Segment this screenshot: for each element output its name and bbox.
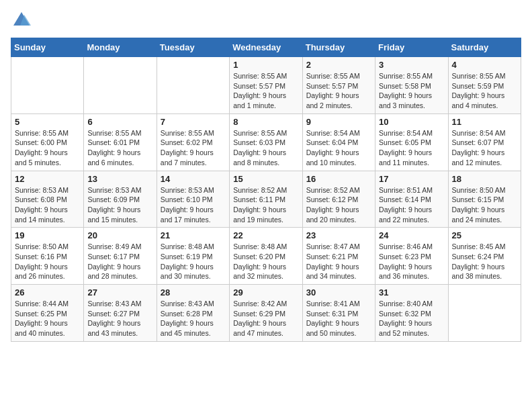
logo [11, 11, 31, 30]
day-info: Sunrise: 8:42 AMSunset: 6:29 PMDaylight:… [233, 299, 298, 338]
day-info: Sunrise: 8:40 AMSunset: 6:32 PMDaylight:… [379, 299, 444, 338]
calendar-table: SundayMondayTuesdayWednesdayThursdayFrid… [11, 38, 521, 342]
day-info: Sunrise: 8:45 AMSunset: 6:24 PMDaylight:… [452, 242, 517, 281]
day-info: Sunrise: 8:55 AMSunset: 5:58 PMDaylight:… [379, 71, 444, 111]
calendar-cell [11, 57, 84, 114]
calendar-cell: 28Sunrise: 8:43 AMSunset: 6:28 PMDayligh… [157, 285, 229, 342]
day-number: 30 [306, 287, 371, 298]
day-number: 6 [87, 117, 152, 127]
day-info: Sunrise: 8:54 AMSunset: 6:05 PMDaylight:… [379, 128, 444, 168]
calendar-cell: 14Sunrise: 8:53 AMSunset: 6:10 PMDayligh… [157, 171, 229, 228]
weekday-header-row: SundayMondayTuesdayWednesdayThursdayFrid… [11, 38, 521, 57]
day-info: Sunrise: 8:41 AMSunset: 6:31 PMDaylight:… [306, 299, 371, 338]
day-number: 10 [379, 117, 444, 127]
calendar-cell: 29Sunrise: 8:42 AMSunset: 6:29 PMDayligh… [230, 285, 302, 342]
day-info: Sunrise: 8:52 AMSunset: 6:12 PMDaylight:… [306, 185, 371, 225]
day-info: Sunrise: 8:52 AMSunset: 6:11 PMDaylight:… [233, 185, 298, 225]
week-row-3: 12Sunrise: 8:53 AMSunset: 6:08 PMDayligh… [11, 171, 521, 228]
header [11, 11, 521, 30]
calendar-cell: 22Sunrise: 8:48 AMSunset: 6:20 PMDayligh… [230, 228, 302, 285]
calendar-cell: 8Sunrise: 8:55 AMSunset: 6:03 PMDaylight… [230, 113, 302, 171]
calendar-cell [448, 285, 521, 342]
day-info: Sunrise: 8:55 AMSunset: 6:03 PMDaylight:… [233, 128, 298, 168]
calendar-cell: 16Sunrise: 8:52 AMSunset: 6:12 PMDayligh… [302, 171, 375, 228]
day-number: 25 [452, 230, 517, 240]
day-number: 24 [379, 230, 444, 240]
day-info: Sunrise: 8:54 AMSunset: 6:04 PMDaylight:… [306, 128, 371, 168]
day-info: Sunrise: 8:49 AMSunset: 6:17 PMDaylight:… [87, 242, 152, 281]
day-number: 5 [15, 117, 80, 127]
day-info: Sunrise: 8:50 AMSunset: 6:15 PMDaylight:… [452, 185, 517, 225]
day-number: 17 [379, 174, 444, 184]
calendar-cell: 6Sunrise: 8:55 AMSunset: 6:01 PMDaylight… [84, 113, 157, 171]
day-info: Sunrise: 8:43 AMSunset: 6:27 PMDaylight:… [87, 299, 152, 338]
calendar-cell: 18Sunrise: 8:50 AMSunset: 6:15 PMDayligh… [448, 171, 521, 228]
day-number: 2 [306, 60, 371, 70]
weekday-header-wednesday: Wednesday [230, 38, 302, 57]
calendar-cell: 3Sunrise: 8:55 AMSunset: 5:58 PMDaylight… [375, 57, 448, 114]
day-number: 3 [379, 60, 444, 70]
day-info: Sunrise: 8:44 AMSunset: 6:25 PMDaylight:… [15, 299, 80, 338]
calendar-cell: 13Sunrise: 8:53 AMSunset: 6:09 PMDayligh… [84, 171, 157, 228]
day-number: 13 [87, 174, 152, 184]
day-info: Sunrise: 8:55 AMSunset: 5:57 PMDaylight:… [306, 71, 371, 111]
day-number: 19 [15, 230, 80, 240]
calendar-cell: 1Sunrise: 8:55 AMSunset: 5:57 PMDaylight… [230, 57, 302, 114]
weekday-header-sunday: Sunday [11, 38, 84, 57]
day-info: Sunrise: 8:55 AMSunset: 5:59 PMDaylight:… [452, 71, 517, 111]
calendar-cell: 7Sunrise: 8:55 AMSunset: 6:02 PMDaylight… [157, 113, 229, 171]
weekday-header-tuesday: Tuesday [157, 38, 229, 57]
day-number: 29 [233, 287, 298, 298]
calendar-cell: 17Sunrise: 8:51 AMSunset: 6:14 PMDayligh… [375, 171, 448, 228]
calendar-cell: 11Sunrise: 8:54 AMSunset: 6:07 PMDayligh… [448, 113, 521, 171]
day-number: 20 [87, 230, 152, 240]
day-number: 31 [379, 287, 444, 298]
day-info: Sunrise: 8:48 AMSunset: 6:20 PMDaylight:… [233, 242, 298, 281]
calendar-cell: 4Sunrise: 8:55 AMSunset: 5:59 PMDaylight… [448, 57, 521, 114]
calendar-cell: 5Sunrise: 8:55 AMSunset: 6:00 PMDaylight… [11, 113, 84, 171]
day-number: 7 [161, 117, 226, 127]
day-number: 26 [15, 287, 80, 298]
weekday-header-monday: Monday [84, 38, 157, 57]
day-number: 9 [306, 117, 371, 127]
day-info: Sunrise: 8:54 AMSunset: 6:07 PMDaylight:… [452, 128, 517, 168]
week-row-4: 19Sunrise: 8:50 AMSunset: 6:16 PMDayligh… [11, 228, 521, 285]
day-info: Sunrise: 8:46 AMSunset: 6:23 PMDaylight:… [379, 242, 444, 281]
calendar-cell: 27Sunrise: 8:43 AMSunset: 6:27 PMDayligh… [84, 285, 157, 342]
day-info: Sunrise: 8:53 AMSunset: 6:08 PMDaylight:… [15, 185, 80, 225]
day-info: Sunrise: 8:50 AMSunset: 6:16 PMDaylight:… [15, 242, 80, 281]
day-number: 11 [452, 117, 517, 127]
day-number: 27 [87, 287, 152, 298]
day-info: Sunrise: 8:48 AMSunset: 6:19 PMDaylight:… [161, 242, 226, 281]
day-number: 18 [452, 174, 517, 184]
calendar-cell: 20Sunrise: 8:49 AMSunset: 6:17 PMDayligh… [84, 228, 157, 285]
calendar-cell: 19Sunrise: 8:50 AMSunset: 6:16 PMDayligh… [11, 228, 84, 285]
calendar-cell: 2Sunrise: 8:55 AMSunset: 5:57 PMDaylight… [302, 57, 375, 114]
calendar-cell: 26Sunrise: 8:44 AMSunset: 6:25 PMDayligh… [11, 285, 84, 342]
day-info: Sunrise: 8:55 AMSunset: 6:02 PMDaylight:… [161, 128, 226, 168]
day-number: 28 [161, 287, 226, 298]
calendar-cell: 30Sunrise: 8:41 AMSunset: 6:31 PMDayligh… [302, 285, 375, 342]
day-number: 16 [306, 174, 371, 184]
day-number: 1 [233, 60, 298, 70]
day-number: 4 [452, 60, 517, 70]
calendar-cell: 10Sunrise: 8:54 AMSunset: 6:05 PMDayligh… [375, 113, 448, 171]
day-info: Sunrise: 8:55 AMSunset: 5:57 PMDaylight:… [233, 71, 298, 111]
calendar-cell: 23Sunrise: 8:47 AMSunset: 6:21 PMDayligh… [302, 228, 375, 285]
week-row-1: 1Sunrise: 8:55 AMSunset: 5:57 PMDaylight… [11, 57, 521, 114]
calendar-cell [84, 57, 157, 114]
day-number: 14 [161, 174, 226, 184]
day-info: Sunrise: 8:47 AMSunset: 6:21 PMDaylight:… [306, 242, 371, 281]
day-number: 15 [233, 174, 298, 184]
day-info: Sunrise: 8:51 AMSunset: 6:14 PMDaylight:… [379, 185, 444, 225]
day-number: 23 [306, 230, 371, 240]
logo-icon [12, 11, 31, 30]
calendar-cell: 25Sunrise: 8:45 AMSunset: 6:24 PMDayligh… [448, 228, 521, 285]
day-number: 22 [233, 230, 298, 240]
calendar-cell: 24Sunrise: 8:46 AMSunset: 6:23 PMDayligh… [375, 228, 448, 285]
day-number: 12 [15, 174, 80, 184]
day-number: 8 [233, 117, 298, 127]
calendar-cell: 31Sunrise: 8:40 AMSunset: 6:32 PMDayligh… [375, 285, 448, 342]
day-info: Sunrise: 8:55 AMSunset: 6:01 PMDaylight:… [87, 128, 152, 168]
day-number: 21 [161, 230, 226, 240]
